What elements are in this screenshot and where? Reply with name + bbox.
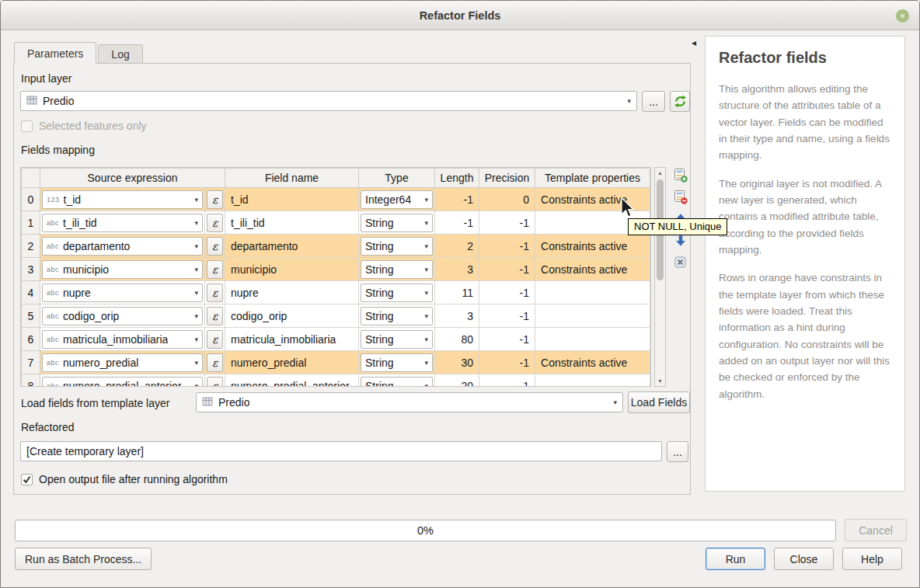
row-header[interactable]: 6 xyxy=(22,328,40,351)
expression-builder-button[interactable]: ε xyxy=(207,237,223,256)
col-precision[interactable]: Precision xyxy=(479,169,535,188)
source-expression-select[interactable]: abcnupre▾ xyxy=(42,284,203,302)
length-cell[interactable]: 30 xyxy=(435,351,479,374)
source-expression-select[interactable]: abct_ili_tid▾ xyxy=(42,214,203,232)
field-name-cell[interactable]: t_ili_tid xyxy=(225,211,359,235)
constraints-tooltip: NOT NULL, Unique xyxy=(628,218,727,235)
refactored-output-input[interactable]: [Create temporary layer] xyxy=(20,441,662,461)
row-header[interactable]: 1 xyxy=(22,211,40,235)
input-layer-browse-button[interactable]: ... xyxy=(642,91,665,112)
load-fields-button[interactable]: Load Fields xyxy=(628,391,690,413)
length-cell[interactable]: 3 xyxy=(435,258,479,281)
field-name-cell[interactable]: departamento xyxy=(225,235,359,258)
titlebar[interactable]: Refactor Fields ✕ xyxy=(1,1,919,30)
field-name-cell[interactable]: nupre xyxy=(225,281,359,304)
field-type-select[interactable]: String▾ xyxy=(361,307,433,325)
run-button[interactable]: Run xyxy=(706,548,765,570)
iterate-over-layer-button[interactable] xyxy=(670,91,690,112)
run-as-batch-button[interactable]: Run as Batch Process... xyxy=(15,548,152,570)
expression-builder-button[interactable]: ε xyxy=(207,307,223,325)
expression-builder-button[interactable]: ε xyxy=(207,377,223,388)
length-cell[interactable]: -1 xyxy=(435,188,479,211)
field-type-select[interactable]: Integer64▾ xyxy=(361,190,433,209)
scroll-up-icon[interactable]: ▲ xyxy=(655,168,665,178)
row-header[interactable]: 0 xyxy=(22,188,40,211)
delete-field-button[interactable] xyxy=(671,187,690,207)
chevron-down-icon: ▾ xyxy=(424,336,428,343)
field-type-select[interactable]: String▾ xyxy=(361,284,433,302)
expression-builder-button[interactable]: ε xyxy=(207,190,223,209)
field-name-cell[interactable]: municipio xyxy=(225,258,359,281)
expression-builder-button[interactable]: ε xyxy=(207,260,223,279)
field-type-select[interactable]: String▾ xyxy=(361,260,433,279)
close-button[interactable]: Close xyxy=(774,548,834,570)
field-type-select[interactable]: String▾ xyxy=(361,214,433,232)
field-type-select[interactable]: String▾ xyxy=(361,353,433,372)
help-button[interactable]: Help xyxy=(842,548,902,570)
expression-builder-button[interactable]: ε xyxy=(207,214,223,232)
field-name-cell[interactable]: numero_predial_anterior xyxy=(225,374,359,388)
open-output-checkbox[interactable] xyxy=(21,474,33,485)
precision-cell[interactable]: -1 xyxy=(479,328,535,351)
source-expression-select[interactable]: abccodigo_orip▾ xyxy=(42,307,203,325)
precision-cell[interactable]: 0 xyxy=(479,188,535,211)
col-field-name[interactable]: Field name xyxy=(225,169,359,188)
open-output-label: Open output file after running algorithm xyxy=(39,473,228,485)
precision-cell[interactable]: -1 xyxy=(479,235,535,258)
tab-log[interactable]: Log xyxy=(98,44,142,64)
length-cell[interactable]: 80 xyxy=(435,328,479,351)
field-datatype-icon: 123 xyxy=(47,196,60,204)
add-field-button[interactable] xyxy=(671,165,690,185)
refactored-browse-button[interactable]: ... xyxy=(667,441,688,462)
expression-builder-button[interactable]: ε xyxy=(207,284,223,302)
precision-cell[interactable]: -1 xyxy=(479,281,535,304)
row-header[interactable]: 4 xyxy=(22,281,40,304)
source-expression-select[interactable]: abcnumero_predial_anterior▾ xyxy=(42,377,203,388)
collapse-help-panel-icon[interactable]: ◂ xyxy=(692,37,696,48)
clear-fields-button[interactable] xyxy=(671,252,690,272)
col-type[interactable]: Type xyxy=(359,169,435,188)
row-header[interactable]: 2 xyxy=(22,235,40,258)
row-header[interactable]: 8 xyxy=(22,374,40,388)
field-datatype-icon: abc xyxy=(47,312,59,320)
precision-cell[interactable]: -1 xyxy=(479,374,535,388)
col-template-properties[interactable]: Template properties xyxy=(535,169,650,188)
table-scrollbar[interactable]: ▲ ▼ xyxy=(654,167,666,387)
precision-cell[interactable]: -1 xyxy=(479,211,535,235)
length-cell[interactable]: 11 xyxy=(435,281,479,304)
template-properties-cell xyxy=(535,374,650,388)
source-expression-select[interactable]: abcmunicipio▾ xyxy=(42,260,203,279)
col-source-expression[interactable]: Source expression xyxy=(40,169,225,188)
source-expression-select[interactable]: 123t_id▾ xyxy=(42,190,203,209)
input-layer-select[interactable]: Predio ▾ xyxy=(20,91,637,111)
template-properties-cell xyxy=(535,281,650,304)
precision-cell[interactable]: -1 xyxy=(479,258,535,281)
window-close-button[interactable]: ✕ xyxy=(896,9,909,23)
field-name-cell[interactable]: codigo_orip xyxy=(225,304,359,328)
source-expression-select[interactable]: abcdepartamento▾ xyxy=(42,237,203,256)
field-type-select[interactable]: String▾ xyxy=(361,237,433,256)
row-header[interactable]: 3 xyxy=(22,258,40,281)
precision-cell[interactable]: -1 xyxy=(479,304,535,328)
expression-builder-button[interactable]: ε xyxy=(207,330,223,349)
template-layer-select[interactable]: Predio ▾ xyxy=(196,392,623,412)
row-header[interactable]: 5 xyxy=(22,304,40,328)
expression-builder-button[interactable]: ε xyxy=(207,353,223,372)
field-name-cell[interactable]: matricula_inmobiliaria xyxy=(225,328,359,351)
precision-cell[interactable]: -1 xyxy=(479,351,535,374)
length-cell[interactable]: 2 xyxy=(435,235,479,258)
tab-parameters[interactable]: Parameters xyxy=(14,42,96,64)
length-cell[interactable]: 20 xyxy=(435,374,479,388)
length-cell[interactable]: 3 xyxy=(435,304,479,328)
open-output-row[interactable]: Open output file after running algorithm xyxy=(21,473,228,485)
length-cell[interactable]: -1 xyxy=(435,211,479,235)
row-header[interactable]: 7 xyxy=(22,351,40,374)
scroll-down-icon[interactable]: ▼ xyxy=(655,376,665,386)
field-type-select[interactable]: String▾ xyxy=(361,377,433,388)
field-name-cell[interactable]: numero_predial xyxy=(225,351,359,374)
source-expression-select[interactable]: abcmatricula_inmobiliaria▾ xyxy=(42,330,203,349)
source-expression-select[interactable]: abcnumero_predial▾ xyxy=(42,353,203,372)
col-length[interactable]: Length xyxy=(435,169,479,188)
field-type-select[interactable]: String▾ xyxy=(361,330,433,349)
field-name-cell[interactable]: t_id xyxy=(225,188,359,211)
